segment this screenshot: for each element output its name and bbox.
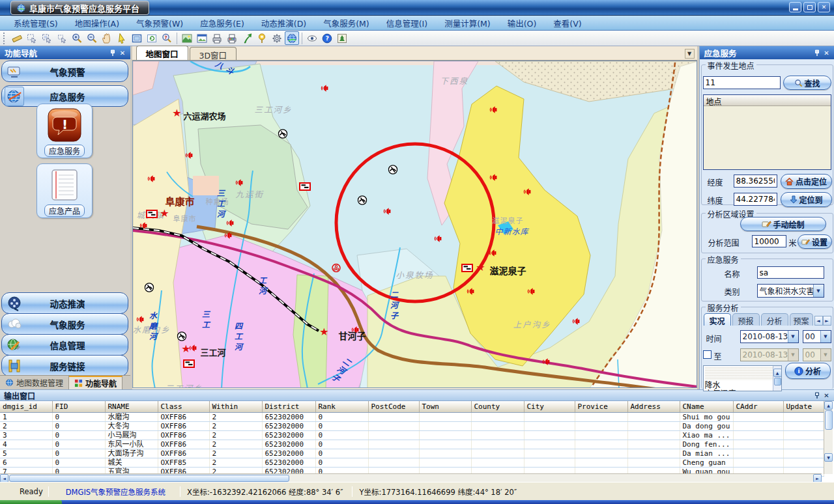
search-button[interactable]: 查找: [783, 76, 831, 90]
restore-button[interactable]: [803, 2, 816, 12]
tab-live[interactable]: 实况: [704, 313, 731, 326]
select-free-icon[interactable]: [40, 31, 54, 45]
element-listbox[interactable]: 降水空气温度 ▲: [703, 365, 782, 391]
goto-location-button[interactable]: 定位到: [781, 192, 832, 207]
column-header[interactable]: Town: [419, 401, 471, 412]
zoom-out-icon[interactable]: [85, 31, 99, 45]
close-icon[interactable]: ✕: [118, 48, 128, 57]
tab-analysis[interactable]: 分析: [761, 313, 788, 326]
capture-icon[interactable]: [195, 31, 209, 45]
sidebar-item-service-links[interactable]: 服务链接: [1, 355, 128, 376]
date2-combobox[interactable]: 2010-08-13 ▼: [740, 348, 799, 361]
menu-item[interactable]: 地图操作(A): [66, 15, 128, 31]
minimize-button[interactable]: [789, 2, 801, 12]
column-header[interactable]: Provice: [575, 401, 627, 412]
identify-icon[interactable]: ?: [160, 31, 174, 45]
pin-icon[interactable]: [108, 48, 118, 57]
emergency-service-tool-button[interactable]: ! 应急服务: [36, 104, 93, 158]
column-header[interactable]: Rank: [315, 401, 368, 412]
globe-tool-icon[interactable]: [285, 31, 299, 45]
column-header[interactable]: CAddr: [733, 401, 783, 412]
scrollbar-thumb[interactable]: [825, 410, 833, 430]
manual-draw-button[interactable]: 手动绘制: [740, 217, 826, 231]
sidebar-item-weather-warning[interactable]: 气象预警: [1, 61, 128, 82]
layer-export-icon[interactable]: [335, 31, 349, 45]
column-header[interactable]: Update: [783, 401, 824, 412]
set-range-button[interactable]: 设置: [798, 234, 832, 249]
menu-item[interactable]: 输出(O): [499, 15, 545, 31]
close-icon[interactable]: ✕: [822, 48, 831, 57]
pointer-icon[interactable]: [115, 31, 129, 45]
menu-item[interactable]: 气象服务(M): [315, 15, 378, 31]
location-search-input[interactable]: [703, 76, 781, 89]
tab-forecast[interactable]: 预报: [732, 313, 760, 326]
hour-combobox[interactable]: 00 ▼: [803, 330, 831, 343]
table-row[interactable]: 40东风一小队OXFF8626523020000Dong fen...: [0, 440, 824, 449]
service-type-combobox[interactable]: 气象和洪水灾害 ▼: [757, 284, 824, 298]
table-row[interactable]: 60城关OXFF8526523020000Cheng guan: [0, 458, 824, 467]
hour2-combobox[interactable]: 00 ▼: [803, 348, 831, 361]
location-result-list[interactable]: 地点: [703, 94, 831, 170]
column-header[interactable]: PostCode: [368, 401, 419, 412]
table-row[interactable]: 30小马厩沟OXFF8626523020000Xiao ma ...: [0, 430, 824, 440]
close-button[interactable]: ✕: [818, 2, 830, 12]
menu-item[interactable]: 信息管理(I): [378, 15, 436, 31]
tab-3d-window[interactable]: 3D窗口: [190, 47, 237, 60]
green-arrow-icon[interactable]: [240, 31, 254, 45]
select-point-icon[interactable]: [55, 31, 69, 45]
scroll-left-icon[interactable]: ◄: [0, 474, 8, 483]
help-icon[interactable]: ?: [320, 31, 334, 45]
tab-map-window[interactable]: 地图窗口: [136, 46, 188, 60]
pin-icon[interactable]: [812, 48, 822, 57]
settings-gear-icon[interactable]: [270, 31, 284, 45]
column-header[interactable]: RNAME: [105, 401, 158, 412]
chevron-down-icon[interactable]: ▼: [820, 331, 831, 343]
table-row[interactable]: 50大面场子沟OXFF8626523020000Da mian ...: [0, 449, 824, 458]
zoom-in-icon[interactable]: [70, 31, 84, 45]
scrollbar-thumb[interactable]: [774, 378, 781, 385]
table-row[interactable]: 10水磨沟OXFF8626523020000Shui mo gou: [0, 412, 824, 421]
list-item[interactable]: 空气温度: [704, 390, 772, 391]
tab-overflow-button[interactable]: ▼: [685, 49, 695, 59]
scroll-up-icon[interactable]: ▲: [773, 369, 782, 377]
pan-icon[interactable]: [100, 31, 114, 45]
column-header[interactable]: District: [262, 401, 315, 412]
output-vscrollbar[interactable]: ▲ ▼: [824, 401, 833, 474]
refresh-icon[interactable]: [145, 31, 159, 45]
scroll-down-icon[interactable]: ▼: [824, 453, 833, 462]
emergency-product-tool-button[interactable]: 应急产品: [36, 163, 93, 218]
column-header[interactable]: dmgis_id: [0, 401, 52, 412]
sidebar-item-weather-service[interactable]: 气象服务: [1, 313, 128, 335]
pin-icon[interactable]: [812, 391, 822, 400]
table-row[interactable]: 20大冬沟OXFF8626523020000Da dong gou: [0, 421, 824, 430]
print-icon[interactable]: [210, 31, 224, 45]
sidebar-item-dynamic-deduction[interactable]: 动态推演: [1, 292, 128, 314]
menu-item[interactable]: 系统管理(S): [5, 15, 66, 31]
menu-item[interactable]: 查看(V): [545, 15, 590, 31]
click-locate-button[interactable]: 点击定位: [781, 174, 832, 189]
full-extent-icon[interactable]: [130, 31, 144, 45]
menu-item[interactable]: 应急服务(E): [192, 15, 253, 31]
measure-icon[interactable]: [10, 31, 24, 45]
chevron-down-icon[interactable]: ▼: [788, 331, 798, 343]
analysis-range-input[interactable]: [752, 235, 786, 247]
tab-function-nav[interactable]: 功能导航: [69, 376, 122, 389]
tab-scroll-right-icon[interactable]: ►: [823, 316, 831, 326]
close-icon[interactable]: ✕: [822, 391, 831, 400]
visibility-eye-icon[interactable]: [305, 31, 319, 45]
column-header[interactable]: Address: [627, 401, 680, 412]
column-header[interactable]: CName: [680, 401, 733, 412]
column-header[interactable]: Class: [158, 401, 209, 412]
scroll-up-icon[interactable]: ▲: [824, 401, 833, 410]
menu-item[interactable]: 气象预警(W): [128, 15, 192, 31]
toolbar-grip[interactable]: [3, 33, 7, 44]
latitude-input[interactable]: [734, 193, 777, 206]
to-checkbox[interactable]: [703, 350, 712, 359]
column-header[interactable]: City: [524, 401, 575, 412]
tab-map-data-management[interactable]: 地图数据管理: [0, 376, 69, 389]
map-canvas[interactable]: 六运湖农场三工河乡下西泉阜康市城关镇阜康市种禽场九运街滋泥泉子中新水库滋泥泉子小…: [132, 61, 697, 388]
listbox-scrollbar[interactable]: ▲: [773, 366, 781, 391]
scrollbar-thumb[interactable]: [9, 475, 289, 482]
tab-scroll-left-icon[interactable]: ◄: [814, 316, 823, 326]
analyze-button[interactable]: i 分析: [785, 363, 831, 379]
